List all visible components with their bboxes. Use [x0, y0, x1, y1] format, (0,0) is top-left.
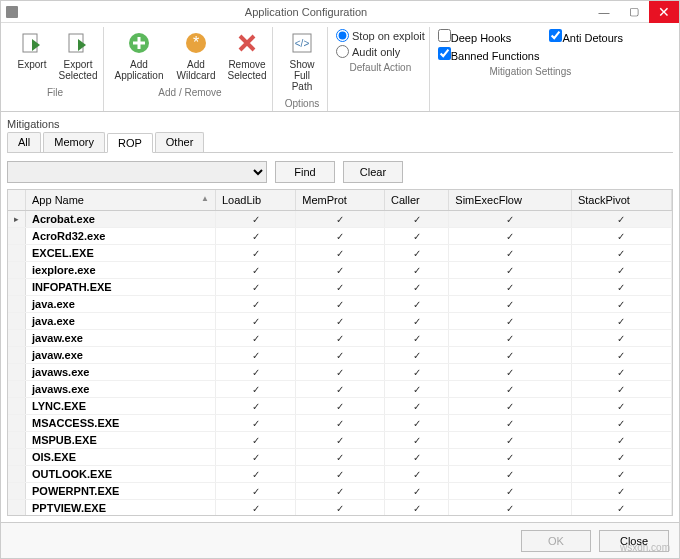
mitigation-checkbox-cell[interactable]: [449, 381, 572, 398]
table-row[interactable]: INFOPATH.EXE: [8, 279, 672, 296]
mitigation-checkbox-cell[interactable]: [216, 500, 296, 517]
table-row[interactable]: MSACCESS.EXE: [8, 415, 672, 432]
mitigation-checkbox-cell[interactable]: [571, 364, 671, 381]
maximize-button[interactable]: ▢: [619, 1, 649, 23]
mitigation-checkbox-cell[interactable]: [216, 483, 296, 500]
mitigation-checkbox-cell[interactable]: [571, 296, 671, 313]
mitigation-checkbox-cell[interactable]: [216, 296, 296, 313]
mitigation-checkbox-cell[interactable]: [385, 245, 449, 262]
ok-button[interactable]: OK: [521, 530, 591, 552]
mitigation-checkbox-cell[interactable]: [296, 483, 385, 500]
table-row[interactable]: iexplore.exe: [8, 262, 672, 279]
table-row[interactable]: OIS.EXE: [8, 449, 672, 466]
mitigation-checkbox-cell[interactable]: [571, 313, 671, 330]
mitigation-checkbox-cell[interactable]: [296, 330, 385, 347]
mitigation-checkbox-cell[interactable]: [216, 381, 296, 398]
remove-selected-button[interactable]: Remove Selected: [226, 27, 268, 83]
table-row[interactable]: javaw.exe: [8, 347, 672, 364]
close-button[interactable]: ✕: [649, 1, 679, 23]
mitigation-checkbox-cell[interactable]: [296, 381, 385, 398]
mitigation-checkbox-cell[interactable]: [296, 398, 385, 415]
mitigation-checkbox-cell[interactable]: [385, 211, 449, 228]
mitigation-checkbox-cell[interactable]: [571, 262, 671, 279]
mitigation-checkbox-cell[interactable]: [296, 245, 385, 262]
minimize-button[interactable]: —: [589, 1, 619, 23]
table-row[interactable]: AcroRd32.exe: [8, 228, 672, 245]
mitigation-checkbox-cell[interactable]: [216, 415, 296, 432]
tab-all[interactable]: All: [7, 132, 41, 152]
mitigation-checkbox-cell[interactable]: [449, 347, 572, 364]
mitigation-checkbox-cell[interactable]: [449, 296, 572, 313]
mitigation-checkbox-cell[interactable]: [571, 500, 671, 517]
mitigation-checkbox-cell[interactable]: [571, 211, 671, 228]
mitigation-checkbox-cell[interactable]: [571, 432, 671, 449]
mitigation-checkbox-cell[interactable]: [385, 432, 449, 449]
table-row[interactable]: MSPUB.EXE: [8, 432, 672, 449]
add-wildcard-button[interactable]: * Add Wildcard: [170, 27, 222, 83]
mitigation-checkbox-cell[interactable]: [385, 313, 449, 330]
mitigation-checkbox-cell[interactable]: [216, 313, 296, 330]
application-grid[interactable]: App Name▲LoadLibMemProtCallerSimExecFlow…: [7, 189, 673, 516]
mitigation-checkbox-cell[interactable]: [385, 262, 449, 279]
audit-only-radio[interactable]: Audit only: [336, 45, 425, 58]
column-header[interactable]: Caller: [385, 190, 449, 211]
mitigation-checkbox-cell[interactable]: [571, 330, 671, 347]
tab-other[interactable]: Other: [155, 132, 205, 152]
mitigation-checkbox-cell[interactable]: [385, 381, 449, 398]
table-row[interactable]: Acrobat.exe: [8, 211, 672, 228]
mitigation-checkbox-cell[interactable]: [571, 228, 671, 245]
mitigation-checkbox-cell[interactable]: [296, 432, 385, 449]
mitigation-checkbox-cell[interactable]: [449, 262, 572, 279]
mitigation-checkbox-cell[interactable]: [296, 296, 385, 313]
mitigation-checkbox-cell[interactable]: [216, 330, 296, 347]
mitigation-checkbox-cell[interactable]: [449, 330, 572, 347]
show-full-path-button[interactable]: </> Show Full Path: [281, 27, 323, 94]
mitigation-checkbox-cell[interactable]: [385, 228, 449, 245]
mitigation-checkbox-cell[interactable]: [296, 415, 385, 432]
table-row[interactable]: javaw.exe: [8, 330, 672, 347]
mitigation-checkbox-cell[interactable]: [216, 279, 296, 296]
mitigation-checkbox-cell[interactable]: [216, 398, 296, 415]
stop-on-exploit-radio[interactable]: Stop on exploit: [336, 29, 425, 42]
mitigation-checkbox-cell[interactable]: [296, 228, 385, 245]
tab-memory[interactable]: Memory: [43, 132, 105, 152]
table-row[interactable]: POWERPNT.EXE: [8, 483, 672, 500]
table-row[interactable]: java.exe: [8, 313, 672, 330]
column-header[interactable]: SimExecFlow: [449, 190, 572, 211]
mitigation-checkbox-cell[interactable]: [385, 364, 449, 381]
tab-rop[interactable]: ROP: [107, 133, 153, 153]
table-row[interactable]: OUTLOOK.EXE: [8, 466, 672, 483]
mitigation-checkbox-cell[interactable]: [296, 449, 385, 466]
deep-hooks-checkbox[interactable]: Deep Hooks: [438, 29, 540, 44]
mitigation-checkbox-cell[interactable]: [216, 228, 296, 245]
mitigation-checkbox-cell[interactable]: [571, 398, 671, 415]
mitigation-checkbox-cell[interactable]: [449, 279, 572, 296]
mitigation-checkbox-cell[interactable]: [296, 211, 385, 228]
mitigation-checkbox-cell[interactable]: [449, 415, 572, 432]
mitigation-checkbox-cell[interactable]: [216, 466, 296, 483]
banned-functions-checkbox[interactable]: Banned Functions: [438, 47, 540, 62]
mitigation-checkbox-cell[interactable]: [385, 483, 449, 500]
mitigation-checkbox-cell[interactable]: [571, 347, 671, 364]
table-row[interactable]: PPTVIEW.EXE: [8, 500, 672, 517]
mitigation-checkbox-cell[interactable]: [296, 313, 385, 330]
mitigation-checkbox-cell[interactable]: [449, 228, 572, 245]
mitigation-checkbox-cell[interactable]: [571, 483, 671, 500]
mitigation-checkbox-cell[interactable]: [216, 432, 296, 449]
mitigation-checkbox-cell[interactable]: [449, 449, 572, 466]
mitigation-checkbox-cell[interactable]: [449, 313, 572, 330]
table-row[interactable]: EXCEL.EXE: [8, 245, 672, 262]
mitigation-checkbox-cell[interactable]: [449, 466, 572, 483]
mitigation-checkbox-cell[interactable]: [385, 279, 449, 296]
mitigation-checkbox-cell[interactable]: [216, 262, 296, 279]
mitigation-checkbox-cell[interactable]: [385, 500, 449, 517]
table-row[interactable]: javaws.exe: [8, 364, 672, 381]
mitigation-checkbox-cell[interactable]: [296, 262, 385, 279]
mitigation-checkbox-cell[interactable]: [385, 466, 449, 483]
mitigation-checkbox-cell[interactable]: [449, 245, 572, 262]
mitigation-checkbox-cell[interactable]: [385, 296, 449, 313]
mitigation-checkbox-cell[interactable]: [216, 449, 296, 466]
mitigation-checkbox-cell[interactable]: [571, 245, 671, 262]
mitigation-checkbox-cell[interactable]: [449, 500, 572, 517]
table-row[interactable]: javaws.exe: [8, 381, 672, 398]
